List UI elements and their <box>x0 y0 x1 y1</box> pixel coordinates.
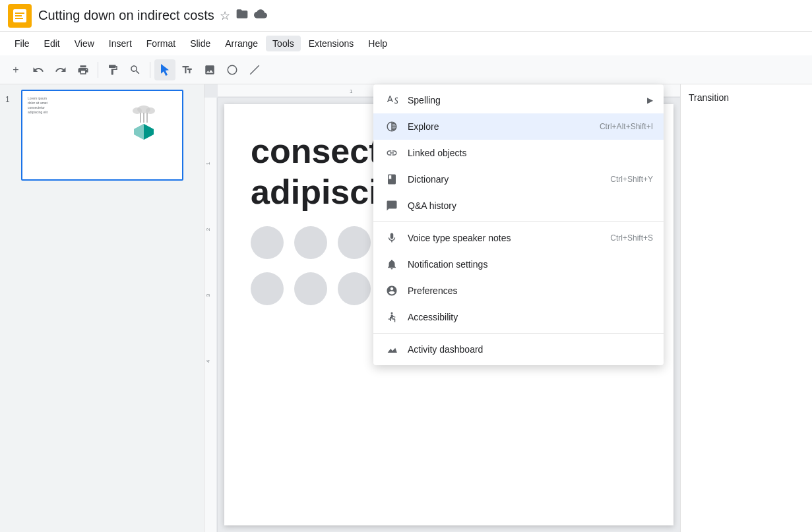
svg-rect-4 <box>15 18 23 19</box>
line-button[interactable] <box>244 59 265 80</box>
slide-dot <box>338 226 371 259</box>
tools-dropdown: Spelling ▶ Explore Ctrl+Alt+Shift+I Link… <box>373 84 664 365</box>
accessibility-icon <box>384 309 400 325</box>
slide-thumbnail[interactable]: Lorem ipsumdolor sit ametconsecteturadip… <box>21 90 183 181</box>
cloud-icon[interactable] <box>254 7 267 24</box>
menu-file[interactable]: File <box>8 36 36 51</box>
title-icons: ☆ <box>220 7 267 24</box>
explore-icon <box>384 119 400 134</box>
menu-tools[interactable]: Tools <box>266 36 301 51</box>
folder-icon[interactable] <box>235 7 249 24</box>
svg-text:4: 4 <box>205 359 211 363</box>
menu-slide[interactable]: Slide <box>183 36 217 51</box>
menu-item-accessibility[interactable]: Accessibility <box>373 304 664 330</box>
dict-icon <box>384 171 400 187</box>
slide-dot <box>338 272 371 305</box>
print-button[interactable] <box>73 59 94 80</box>
menu-help[interactable]: Help <box>361 36 394 51</box>
preferences-label: Preferences <box>408 285 653 296</box>
spelling-arrow: ▶ <box>647 96 653 105</box>
menu-item-dictionary[interactable]: Dictionary Ctrl+Shift+Y <box>373 166 664 192</box>
dropdown-divider-1 <box>373 222 664 222</box>
menu-edit[interactable]: Edit <box>38 36 67 51</box>
linked-objects-label: Linked objects <box>408 148 653 158</box>
toolbar: + <box>0 55 812 84</box>
title-bar: Cutting down on indirect costs ☆ <box>0 0 812 32</box>
chart-icon <box>384 341 400 357</box>
svg-line-6 <box>250 65 259 74</box>
svg-text:3: 3 <box>205 293 211 297</box>
explore-shortcut: Ctrl+Alt+Shift+I <box>600 122 653 131</box>
voice-type-label: Voice type speaker notes <box>408 233 605 243</box>
menu-item-explore[interactable]: Explore Ctrl+Alt+Shift+I <box>373 113 664 140</box>
shape-button[interactable] <box>222 59 243 80</box>
accessibility-label: Accessibility <box>408 312 653 322</box>
qa-history-label: Q&A history <box>408 200 653 211</box>
link-icon <box>384 145 400 161</box>
slide-thumb-container: 1 Lorem ipsumdolor sit ametconsecteturad… <box>5 90 199 181</box>
svg-text:1: 1 <box>205 162 211 165</box>
spell-icon <box>384 92 400 108</box>
svg-rect-2 <box>15 13 24 14</box>
transition-panel: Transition <box>680 84 812 532</box>
paint-format-button[interactable] <box>102 59 123 80</box>
menu-insert[interactable]: Insert <box>102 36 139 51</box>
svg-rect-3 <box>15 15 22 16</box>
dictionary-label: Dictionary <box>408 174 605 185</box>
toolbar-sep-2 <box>150 62 150 78</box>
menu-item-preferences[interactable]: Preferences <box>373 278 664 304</box>
slide-number: 1 <box>5 95 16 104</box>
add-button[interactable]: + <box>5 59 26 80</box>
spelling-label: Spelling <box>408 95 647 105</box>
explore-label: Explore <box>408 121 594 132</box>
prefs-icon <box>384 283 400 299</box>
transition-title: Transition <box>689 92 804 103</box>
undo-button[interactable] <box>28 59 49 80</box>
menu-item-activity[interactable]: Activity dashboard <box>373 336 664 363</box>
menu-extensions[interactable]: Extensions <box>302 36 360 51</box>
select-button[interactable] <box>154 59 175 80</box>
voice-type-shortcut: Ctrl+Shift+S <box>610 233 653 243</box>
svg-point-5 <box>228 65 237 74</box>
menu-item-notification[interactable]: Notification settings <box>373 251 664 278</box>
svg-text:2: 2 <box>205 227 211 231</box>
toolbar-sep-1 <box>98 62 98 78</box>
menu-item-linked-objects[interactable]: Linked objects <box>373 140 664 166</box>
svg-marker-15 <box>134 124 144 140</box>
notification-label: Notification settings <box>408 259 653 270</box>
document-title[interactable]: Cutting down on indirect costs <box>38 8 214 23</box>
menu-view[interactable]: View <box>68 36 101 51</box>
menu-item-qa-history[interactable]: Q&A history <box>373 192 664 219</box>
dropdown-divider-2 <box>373 333 664 334</box>
menu-bar: File Edit View Insert Format Slide Arran… <box>0 32 812 55</box>
text-button[interactable] <box>177 59 198 80</box>
slide-panel: 1 Lorem ipsumdolor sit ametconsecteturad… <box>0 84 204 532</box>
dictionary-shortcut: Ctrl+Shift+Y <box>610 175 653 184</box>
zoom-button[interactable] <box>125 59 146 80</box>
slide-dot <box>251 272 284 305</box>
bell-icon <box>384 256 400 272</box>
slide-dot <box>294 272 327 305</box>
mic-icon <box>384 230 400 246</box>
qa-icon <box>384 198 400 214</box>
ruler-left: 1 2 3 4 <box>204 98 218 532</box>
svg-marker-14 <box>144 124 154 140</box>
activity-label: Activity dashboard <box>408 344 653 355</box>
menu-format[interactable]: Format <box>140 36 182 51</box>
image-button[interactable] <box>199 59 220 80</box>
slide-dot <box>251 226 284 259</box>
svg-point-30 <box>391 312 393 314</box>
slide-dot <box>294 226 327 259</box>
menu-item-voice-type[interactable]: Voice type speaker notes Ctrl+Shift+S <box>373 225 664 251</box>
redo-button[interactable] <box>50 59 71 80</box>
app-icon <box>8 4 32 28</box>
svg-text:1: 1 <box>350 88 353 94</box>
slide-thumb-image <box>124 96 177 149</box>
menu-arrange[interactable]: Arrange <box>218 36 265 51</box>
menu-item-spelling[interactable]: Spelling ▶ <box>373 87 664 113</box>
star-icon[interactable]: ☆ <box>220 9 230 23</box>
